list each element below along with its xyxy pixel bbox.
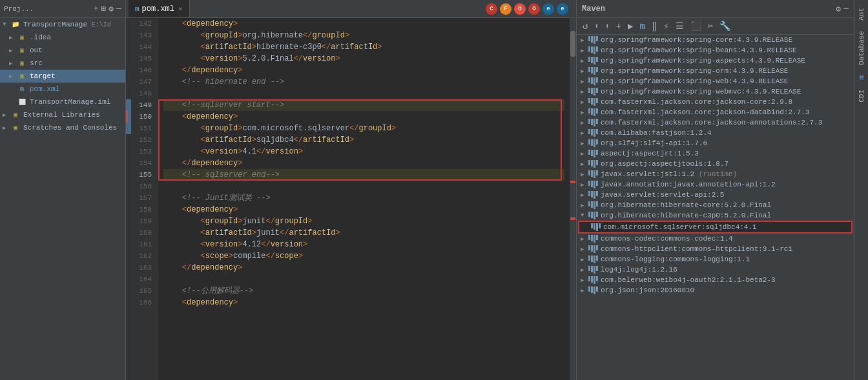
tree-item-pom[interactable]: ▶ m pom.xml [0,83,125,95]
edge-icon[interactable]: e [557,3,568,15]
item-label: org.hibernate:hibernate-core:5.2.0.Final [601,201,771,209]
line-num-163: 163 [131,262,156,274]
ant-tab[interactable]: Ant [856,3,867,26]
database-tab[interactable]: Database [856,26,867,70]
layout-icon[interactable]: ⊞ [101,4,107,14]
folder-icon: ▣ [17,32,27,43]
code-line-145: <version>5.2.0.Final</version> [163,53,564,65]
expand-arrow: ▶ [9,60,17,67]
opera2-icon[interactable]: O [528,3,540,15]
bolt-btn[interactable]: ⚡ [661,20,670,32]
settings-icon[interactable]: ⚙ [108,4,114,14]
tree-item-src[interactable]: ▶ ▣ src [0,57,125,70]
gutter [126,18,131,380]
maven-item-jackson-core[interactable]: ▶ com.fasterxml.jackson.core:jackson-cor… [577,97,854,107]
code-line-161: <version>4.12</version> [163,239,564,250]
code-line-153: <version>4.1</version> [163,146,564,157]
tree-item-label: TransportManage.iml [30,98,110,106]
line-num-160: 160 [131,227,156,239]
bar-icon [588,160,598,168]
cdi-tab[interactable]: CDI [856,85,867,108]
bar-icon [588,201,598,209]
maven-item-annotation-api[interactable]: ▶ javax.annotation:javax.annotation-api:… [577,179,854,190]
line-numbers: 142 143 144 145 146 147 148 149 150 151 … [131,18,158,380]
bar-icon [588,255,598,263]
bar-icon [588,88,598,95]
bar-icon [588,129,598,137]
code-line-144: <artifactId>hibernate-c3p0</artifactId> [163,41,564,53]
item-label: javax.servlet:jstl:1.2 (runtime) [601,170,737,178]
bar-icon [588,77,598,85]
wrench-btn[interactable]: 🔧 [718,20,732,32]
line-num-153: 153 [131,146,156,157]
maven-item-commons-logging[interactable]: ▶ commons-logging:commons-logging:1.1 [577,254,854,265]
opera-icon[interactable]: O [514,3,526,15]
maven-item-spring-core[interactable]: ▶ org.springframework:spring-core:4.3.9.… [577,35,854,45]
tree-item-scratches[interactable]: ▶ ▣ Scratches and Consoles [0,121,125,134]
tree-item-transport[interactable]: ▼ 📁 TransportManage E:\Id [0,18,125,31]
item-label: org.springframework:spring-aspects:4.3.9… [601,57,805,65]
add-icon[interactable]: + [94,4,99,14]
maven-item-spring-web[interactable]: ▶ org.springframework:spring-web:4.3.9.R… [577,76,854,86]
stop-btn[interactable]: ⬛ [688,20,703,32]
tab-close-button[interactable]: ✕ [178,5,183,13]
maven-item-weibo4j[interactable]: ▶ com.belerweb:weibo4j-oauth2:2.1.1-beta… [577,275,854,285]
maven-item-aspectjtools[interactable]: ▶ org.aspectj:aspectjtools:1.8.7 [577,159,854,169]
firefox-icon[interactable]: F [500,3,512,15]
pom-tab[interactable]: m pom.xml ✕ [129,0,190,17]
maven-item-sqljdbc4[interactable]: ▶ com.microsoft.sqlserver:sqljdbc4:4.1 [578,221,852,234]
editor-scrollbar[interactable] [570,18,576,380]
maven-item-servlet-api[interactable]: ▶ javax.servlet:servlet-api:2.5 [577,190,854,200]
item-arrow: ▶ [581,202,588,209]
code-line-148 [163,88,564,99]
maven-item-jackson-annotations[interactable]: ▶ com.fasterxml.jackson.core:jackson-ann… [577,117,854,128]
maven-side-tab[interactable]: m [856,70,867,85]
code-line-165: <!--公用解码器--> [163,285,564,297]
editor-tabs: m pom.xml ✕ C F O O e e [126,0,576,18]
maven-item-fastjson[interactable]: ▶ com.alibaba:fastjson:1.2.4 [577,128,854,138]
maven-item-hibernate-c3p0[interactable]: ▼ org.hibernate:hibernate-c3p0:5.2.0.Fin… [577,210,854,221]
maven-item-httpclient[interactable]: ▶ commons-httpclient:commons-httpclient:… [577,244,854,254]
run-btn[interactable]: ▶ [626,20,635,32]
maven-item-spring-orm[interactable]: ▶ org.springframework:spring-orm:4.3.9.R… [577,66,854,76]
maven-item-jstl[interactable]: ▶ javax.servlet:jstl:1.2 (runtime) [577,169,854,179]
refresh-btn[interactable]: ↺ [581,20,590,32]
maven-item-spring-aspects[interactable]: ▶ org.springframework:spring-aspects:4.3… [577,55,854,66]
bar-icon [588,139,598,147]
maven-item-spring-webmvc[interactable]: ▶ org.springframework:spring-webmvc:4.3.… [577,86,854,97]
cut-btn[interactable]: ✂ [706,20,715,32]
maven-icon[interactable]: m [638,21,647,32]
maven-item-spring-beans[interactable]: ▶ org.springframework:spring-beans:4.3.9… [577,45,854,55]
add-btn[interactable]: + [614,21,623,32]
code-line-147: <!-- hibernate end --> [163,76,564,88]
maven-item-slf4j[interactable]: ▶ org.slf4j:slf4j-api:1.7.6 [577,138,854,148]
tab-file-icon: m [135,5,140,13]
chrome-icon[interactable]: C [486,3,497,15]
maven-minimize-icon[interactable]: — [843,4,849,14]
maven-settings-icon[interactable]: ⚙ [836,4,841,14]
bar-icon [588,57,598,65]
list-btn[interactable]: ☰ [674,20,686,32]
maven-item-commons-codec[interactable]: ▶ commons-codec:commons-codec:1.4 [577,234,854,244]
tree-item-out[interactable]: ▶ ▣ out [0,44,125,57]
maven-item-aspectjrt[interactable]: ▶ aspectj:aspectjrt:1.5.3 [577,148,854,159]
tree-item-target[interactable]: ▶ ▣ target [0,70,125,83]
tree-item-extlibs[interactable]: ▶ ▣ External Libraries [0,108,125,121]
code-line-158: <dependency> [163,204,564,215]
code-line-149: <!--sqlserver start--> [163,99,564,111]
tree-item-idea[interactable]: ▶ ▣ .idea [0,31,125,44]
maven-item-jackson-databind[interactable]: ▶ com.fasterxml.jackson.core:jackson-dat… [577,107,854,117]
upload-btn[interactable]: ⬆ [603,21,612,31]
code-line-160: <artifactId>junit</artifactId> [163,227,564,239]
tree-item-iml[interactable]: ▶ ⬜ TransportManage.iml [0,95,125,108]
maven-item-log4j[interactable]: ▶ log4j:log4j:1.2.16 [577,265,854,275]
download-btn[interactable]: ⬇ [592,21,601,31]
code-content[interactable]: <dependency> <groupId>org.hibernate</gro… [158,18,570,380]
item-label: org.slf4j:slf4j-api:1.7.6 [601,139,707,147]
maven-item-json[interactable]: ▶ org.json:json:20160810 [577,285,854,295]
ie-icon[interactable]: e [542,3,554,15]
maven-item-hibernate-core[interactable]: ▶ org.hibernate:hibernate-core:5.2.0.Fin… [577,200,854,210]
pause-btn[interactable]: ‖ [650,20,659,32]
line-num-166: 166 [131,297,156,308]
minimize-icon[interactable]: — [116,4,121,14]
